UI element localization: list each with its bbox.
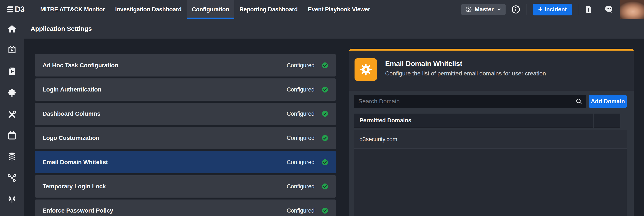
settings-row-status: Configured bbox=[287, 62, 314, 69]
settings-row-status: Configured bbox=[287, 207, 314, 214]
settings-row-status: Configured bbox=[287, 135, 314, 141]
user-avatar[interactable] bbox=[620, 0, 644, 19]
panel-header-text: Email Domain Whitelist Configure the lis… bbox=[385, 58, 546, 91]
search-row: Add Domain bbox=[354, 95, 627, 108]
info-document-icon bbox=[584, 5, 593, 14]
settings-row-temporary-login-lock[interactable]: Temporary Login Lock Configured bbox=[35, 175, 336, 197]
search-wrap bbox=[354, 95, 586, 108]
gear-badge bbox=[354, 58, 377, 81]
chat-bubble-icon bbox=[604, 5, 614, 14]
panel-body: Add Domain Permitted Domains d3security.… bbox=[349, 91, 634, 216]
settings-row-dashboard-columns[interactable]: Dashboard Columns Configured bbox=[35, 103, 336, 125]
permitted-domains-table: Permitted Domains d3security.com bbox=[354, 114, 627, 216]
sidebar-broadcast-icon[interactable] bbox=[7, 194, 17, 203]
application-settings-list: Ad Hoc Task Configuration Configured Log… bbox=[35, 54, 336, 216]
d3-logo-bars-icon bbox=[7, 7, 13, 13]
settings-row-label: Temporary Login Lock bbox=[42, 183, 287, 190]
page-header: Application Settings bbox=[24, 19, 644, 39]
settings-row-logo-customization[interactable]: Logo Customization Configured bbox=[35, 127, 336, 149]
top-nav: MITRE ATT&CK Monitor Investigation Dashb… bbox=[35, 0, 375, 19]
email-domain-whitelist-panel: Email Domain Whitelist Configure the lis… bbox=[349, 49, 634, 216]
d3-logo[interactable]: D3 bbox=[7, 5, 24, 14]
plus-icon: + bbox=[538, 6, 542, 14]
globe-icon bbox=[465, 6, 472, 13]
settings-row-label: Enforce Password Policy bbox=[42, 207, 287, 214]
settings-row-status: Configured bbox=[287, 159, 314, 166]
settings-row-label: Email Domain Whitelist bbox=[42, 159, 287, 166]
column-header-actions bbox=[594, 114, 620, 128]
column-header-permitted-domains: Permitted Domains bbox=[354, 114, 593, 128]
nav-reporting-dashboard[interactable]: Reporting Dashboard bbox=[234, 0, 303, 19]
configured-check-icon bbox=[322, 86, 328, 93]
info-icon bbox=[511, 5, 520, 14]
settings-row-label: Dashboard Columns bbox=[42, 110, 287, 117]
chat-button[interactable] bbox=[604, 5, 614, 14]
configured-check-icon bbox=[322, 62, 328, 69]
settings-row-label: Logo Customization bbox=[42, 135, 287, 141]
panel-description: Configure the list of permitted email do… bbox=[385, 69, 546, 77]
settings-row-login-authentication[interactable]: Login Authentication Configured bbox=[35, 78, 336, 101]
content-area: Ad Hoc Task Configuration Configured Log… bbox=[24, 39, 644, 216]
table-header: Permitted Domains bbox=[354, 114, 620, 128]
search-domain-input[interactable] bbox=[354, 95, 586, 108]
tenant-label: Master bbox=[474, 6, 494, 13]
d3-logo-text: D3 bbox=[15, 5, 24, 14]
configured-check-icon bbox=[322, 111, 328, 117]
panel-title: Email Domain Whitelist bbox=[385, 60, 546, 68]
top-bar-right: Master + Incident bbox=[461, 0, 644, 19]
table-rows: d3security.com bbox=[354, 130, 627, 149]
sidebar-home-icon[interactable] bbox=[7, 24, 17, 34]
nav-event-playbook-viewer[interactable]: Event Playbook Viewer bbox=[303, 0, 375, 19]
settings-row-label: Login Authentication bbox=[42, 86, 287, 93]
configured-check-icon bbox=[322, 207, 328, 214]
tenant-selector[interactable]: Master bbox=[461, 4, 506, 15]
gear-icon bbox=[359, 63, 372, 76]
nav-configuration[interactable]: Configuration bbox=[187, 0, 234, 19]
table-empty-area bbox=[354, 149, 627, 216]
search-icon bbox=[576, 98, 582, 105]
configured-check-icon bbox=[322, 135, 328, 141]
page-title: Application Settings bbox=[24, 19, 644, 39]
settings-row-label: Ad Hoc Task Configuration bbox=[42, 62, 287, 69]
top-bar: D3 MITRE ATT&CK Monitor Investigation Da… bbox=[0, 0, 644, 19]
info-button[interactable] bbox=[511, 5, 520, 14]
sidebar-tools-icon[interactable] bbox=[7, 110, 17, 120]
panel-header: Email Domain Whitelist Configure the lis… bbox=[349, 51, 634, 91]
sidebar-integrations-icon[interactable] bbox=[7, 88, 17, 98]
new-incident-button[interactable]: + Incident bbox=[533, 4, 572, 16]
configured-check-icon bbox=[322, 183, 328, 190]
add-domain-button[interactable]: Add Domain bbox=[589, 95, 627, 108]
sidebar bbox=[0, 19, 24, 216]
sidebar-share-nodes-icon[interactable] bbox=[7, 173, 17, 183]
settings-row-enforce-password-policy[interactable]: Enforce Password Policy Configured bbox=[35, 199, 336, 216]
sidebar-calendar-icon[interactable] bbox=[7, 131, 17, 141]
settings-row-status: Configured bbox=[287, 183, 314, 190]
chevron-down-icon bbox=[496, 7, 502, 12]
sidebar-database-icon[interactable] bbox=[7, 151, 17, 161]
sidebar-calendar-play-icon[interactable] bbox=[7, 45, 17, 55]
settings-row-status: Configured bbox=[287, 86, 314, 93]
nav-mitre-attack-monitor[interactable]: MITRE ATT&CK Monitor bbox=[35, 0, 110, 19]
divider bbox=[578, 4, 578, 15]
domain-row[interactable]: d3security.com bbox=[354, 130, 627, 149]
configured-check-icon bbox=[322, 159, 328, 165]
nav-investigation-dashboard[interactable]: Investigation Dashboard bbox=[110, 0, 186, 19]
settings-row-ad-hoc-task-configuration[interactable]: Ad Hoc Task Configuration Configured bbox=[35, 54, 336, 77]
divider bbox=[526, 4, 527, 15]
settings-row-status: Configured bbox=[287, 111, 314, 117]
settings-row-email-domain-whitelist[interactable]: Email Domain Whitelist Configured bbox=[35, 151, 336, 173]
release-notes-button[interactable] bbox=[584, 5, 593, 14]
sidebar-playbook-icon[interactable] bbox=[7, 66, 17, 76]
